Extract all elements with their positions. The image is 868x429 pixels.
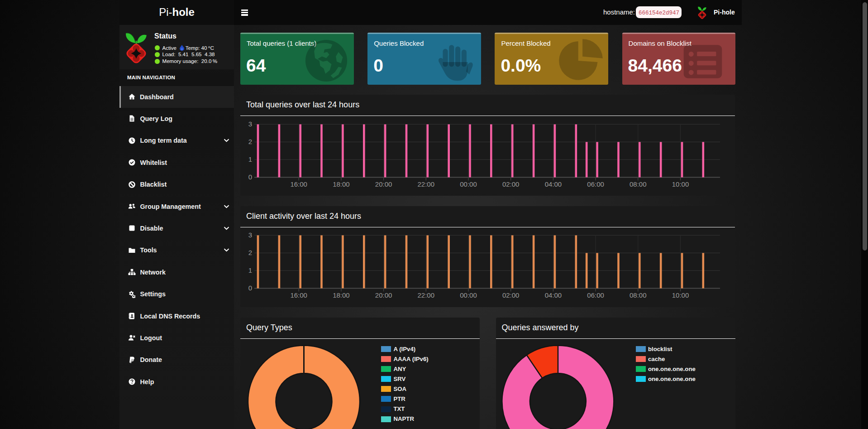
svg-text:04:00: 04:00 <box>545 180 562 188</box>
svg-text:2: 2 <box>248 249 252 256</box>
svg-text:10:00: 10:00 <box>672 291 689 299</box>
svg-text:3: 3 <box>248 231 252 239</box>
svg-text:08:00: 08:00 <box>630 180 647 188</box>
svg-text:02:00: 02:00 <box>502 180 520 188</box>
svg-text:00:00: 00:00 <box>460 291 477 299</box>
svg-text:20:00: 20:00 <box>375 180 392 188</box>
svg-text:18:00: 18:00 <box>333 291 350 299</box>
svg-text:1: 1 <box>248 155 252 163</box>
svg-text:20:00: 20:00 <box>375 291 392 299</box>
svg-text:1: 1 <box>248 266 252 274</box>
svg-text:3: 3 <box>248 120 252 128</box>
svg-text:2: 2 <box>248 138 252 145</box>
svg-text:0: 0 <box>248 284 252 292</box>
svg-text:08:00: 08:00 <box>630 291 647 299</box>
svg-text:0: 0 <box>248 173 252 181</box>
svg-text:18:00: 18:00 <box>333 180 350 188</box>
svg-text:10:00: 10:00 <box>672 180 689 188</box>
svg-text:06:00: 06:00 <box>587 291 604 299</box>
svg-text:00:00: 00:00 <box>460 180 477 188</box>
svg-text:04:00: 04:00 <box>545 291 562 299</box>
svg-text:06:00: 06:00 <box>587 180 604 188</box>
svg-text:02:00: 02:00 <box>502 291 520 299</box>
svg-text:22:00: 22:00 <box>418 180 435 188</box>
svg-text:16:00: 16:00 <box>290 180 307 188</box>
svg-text:22:00: 22:00 <box>418 291 435 299</box>
svg-text:16:00: 16:00 <box>290 291 307 299</box>
